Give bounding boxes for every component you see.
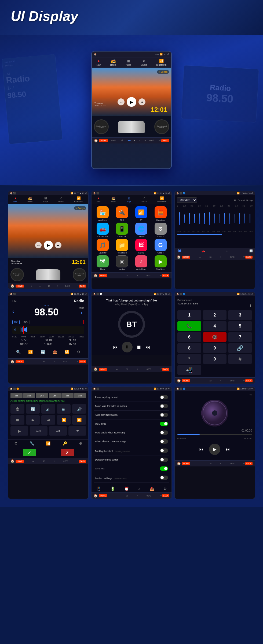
- music-next-btn[interactable]: ⏭: [226, 447, 231, 452]
- back-label-6[interactable]: BACK: [245, 379, 253, 382]
- home-label-2[interactable]: HOME: [99, 274, 107, 277]
- sw-am[interactable]: AM: [49, 426, 67, 436]
- key-hash[interactable]: #: [228, 354, 252, 364]
- app-gallery[interactable]: 🖼 Gallery: [132, 239, 150, 254]
- key-call[interactable]: 📞: [177, 321, 201, 331]
- band-dx[interactable]: DX: [12, 320, 20, 324]
- sw-power[interactable]: ⏻: [10, 404, 24, 414]
- app-appstore[interactable]: 🏪 App Store: [94, 206, 111, 221]
- bt-next-btn[interactable]: ⏭: [145, 344, 150, 350]
- toggle-10[interactable]: [160, 476, 168, 480]
- cancel-btn[interactable]: ✗: [61, 449, 74, 456]
- music-heart-icon[interactable]: ♡: [249, 393, 252, 397]
- toggle-9[interactable]: [160, 466, 168, 471]
- key-5[interactable]: 5: [228, 321, 252, 331]
- sw-icon-5[interactable]: ⚙: [79, 441, 82, 446]
- next-btn[interactable]: ⏭: [55, 242, 61, 248]
- home-label-9[interactable]: HOME: [182, 462, 190, 465]
- sw-vol-off[interactable]: 🔈: [41, 404, 55, 414]
- nav-bt[interactable]: 📶 Bluetooth: [156, 59, 167, 66]
- radio-repeat-icon[interactable]: 🔄: [41, 350, 45, 354]
- key-8[interactable]: 8: [177, 343, 201, 353]
- preset-4[interactable]: 106.10: [12, 343, 36, 346]
- key-hangup[interactable]: 📵: [203, 332, 227, 342]
- app-control[interactable]: ⚙ Control: [152, 223, 169, 237]
- app-eq[interactable]: 🎵 Equalizer: [94, 239, 111, 254]
- toggle-4[interactable]: [160, 422, 168, 426]
- toggle-2[interactable]: [160, 404, 168, 408]
- music-play-btn[interactable]: ▶: [209, 444, 220, 455]
- sw-stop[interactable]: ⏹: [10, 415, 24, 425]
- settings-icon-1[interactable]: 📱: [96, 487, 101, 491]
- home-label-8[interactable]: HOME: [99, 494, 107, 497]
- back-btn[interactable]: BACK: [161, 139, 169, 142]
- radio-share-icon[interactable]: 📤: [53, 350, 57, 354]
- app-files[interactable]: 📁 FileManager: [113, 239, 131, 254]
- bt-send-icon[interactable]: ⬆: [249, 304, 252, 308]
- freq-left-arrow[interactable]: ‹: [12, 308, 14, 314]
- app-nav-apps[interactable]: ⊞Apps: [126, 196, 131, 203]
- toggle-1[interactable]: [160, 395, 168, 399]
- app-calc[interactable]: 🧮 Calculator: [152, 206, 169, 221]
- preset-2[interactable]: 90.10: [37, 339, 60, 342]
- home-label-5[interactable]: HOME: [99, 368, 107, 371]
- home-label-6[interactable]: HOME: [182, 379, 190, 382]
- nav-item-music[interactable]: ♫Music: [58, 196, 64, 203]
- key-star[interactable]: *: [177, 354, 201, 364]
- key-4[interactable]: 4: [203, 321, 227, 331]
- app-carlink[interactable]: 🚗 Car Link 2.0: [94, 223, 111, 237]
- preset-setup[interactable]: Set up: [246, 199, 253, 201]
- settings-icon-2[interactable]: 🔋: [110, 487, 115, 491]
- app-google[interactable]: G Google: [152, 239, 169, 254]
- nav-item-nav[interactable]: ▲Nav: [13, 196, 17, 203]
- app-carbitlink[interactable]: 📱 CarbitLink: [113, 223, 131, 237]
- app-mcxfay[interactable]: ◎ mcxfay: [113, 255, 131, 270]
- play-btn[interactable]: ▶: [44, 241, 53, 250]
- radio-settings-icon[interactable]: ⚙: [77, 350, 81, 354]
- key-msg[interactable]: 📲: [177, 365, 201, 375]
- nav-item-apps[interactable]: ⊞Apps: [43, 196, 48, 203]
- toggle-7[interactable]: [160, 448, 168, 453]
- sw-icon-2[interactable]: 🔧: [30, 441, 34, 446]
- app-musicplayer[interactable]: ♪ Music Player: [132, 255, 150, 270]
- freq-right-arrow[interactable]: ›: [81, 310, 82, 316]
- key-1[interactable]: 1: [177, 310, 201, 320]
- sw-next[interactable]: ⏭: [41, 415, 55, 425]
- home-label-4[interactable]: HOME: [16, 360, 24, 363]
- nav-radio[interactable]: 📻 Radio: [110, 59, 116, 66]
- preset-all[interactable]: All: [234, 199, 236, 201]
- back-label-3[interactable]: BACK: [245, 256, 253, 259]
- toggle-8[interactable]: [160, 458, 168, 462]
- sw-refresh[interactable]: 🔄: [26, 404, 40, 414]
- sw-fm[interactable]: FM: [68, 426, 86, 436]
- nav-item-bt[interactable]: 📶Bluetooth: [74, 196, 83, 203]
- band-ind[interactable]: IND: [22, 320, 30, 324]
- music-list-icon[interactable]: ☰: [177, 393, 180, 397]
- app-nav-radio[interactable]: 📻Radio: [111, 196, 116, 203]
- back-label-4[interactable]: BACK: [79, 360, 86, 363]
- sw-vol-up[interactable]: 🔊: [72, 404, 86, 414]
- key-9[interactable]: 9: [203, 343, 227, 353]
- back-label-2[interactable]: BACK: [162, 274, 169, 277]
- home-label-7[interactable]: HOME: [16, 460, 24, 463]
- bt-prev-btn[interactable]: ⏮: [113, 344, 118, 350]
- nav-apps[interactable]: ⊞ Apps: [126, 59, 132, 66]
- key-link[interactable]: 🔗: [228, 343, 252, 353]
- settings-icon-5[interactable]: 📤: [149, 487, 154, 491]
- music-prev-btn[interactable]: ⏮: [199, 447, 204, 452]
- toggle-6[interactable]: [160, 439, 168, 444]
- key-0[interactable]: 0: [203, 354, 227, 364]
- sw-vol-down[interactable]: 🔉: [57, 404, 71, 414]
- confirm-btn[interactable]: ✓: [23, 449, 36, 456]
- settings-icon-6[interactable]: ⚙: [163, 487, 167, 491]
- key-3[interactable]: 3: [228, 310, 252, 320]
- app-chrome[interactable]: 🌐 Chrome: [132, 223, 150, 237]
- preset-5[interactable]: 108.00: [37, 343, 60, 346]
- key-2[interactable]: 2: [203, 310, 227, 320]
- home-label[interactable]: HOME: [16, 285, 24, 288]
- back-label-9[interactable]: BACK: [245, 462, 253, 465]
- toggle-3[interactable]: [160, 413, 168, 417]
- sw-icon-4[interactable]: 🔑: [63, 441, 67, 446]
- nav-bar-2[interactable]: ▲Nav 📻Radio ⊞Apps ♫Music 📶Bluetooth: [92, 195, 171, 204]
- app-aux[interactable]: 🔌 AUX: [113, 206, 131, 221]
